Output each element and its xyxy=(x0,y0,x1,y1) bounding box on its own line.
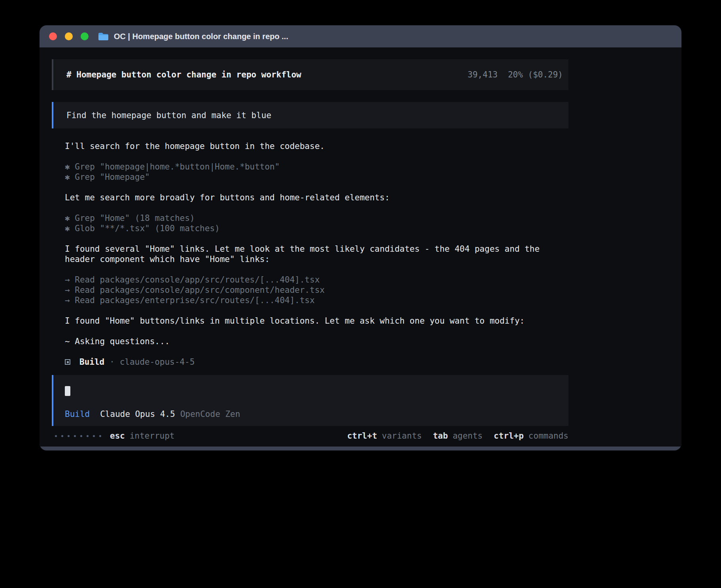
tool-call-grep: ✱ Grep "Homepage" xyxy=(65,172,568,182)
esc-key-label: interrupt xyxy=(130,431,175,441)
session-title: # Homepage button color change in repo w… xyxy=(66,70,301,80)
tool-call-group: ✱ Grep "Home" (18 matches) ✱ Glob "**/*.… xyxy=(65,213,568,234)
shortcut-label: agents xyxy=(453,431,483,441)
user-message: Find the homepage button and make it blu… xyxy=(52,102,568,128)
close-button[interactable] xyxy=(49,32,57,40)
shortcut-key: tab xyxy=(433,431,448,441)
esc-key-hint: esc xyxy=(110,431,125,441)
input-agent-label[interactable]: Build xyxy=(65,409,90,419)
model-status-line: Build Claude Opus 4.5 OpenCode Zen xyxy=(65,409,568,419)
zoom-button[interactable] xyxy=(81,32,89,40)
agent-model: claude-opus-4-5 xyxy=(120,357,195,367)
tool-call-grep: ✱ Grep "Home" (18 matches) xyxy=(65,213,568,223)
tool-call-group: → Read packages/console/app/src/routes/[… xyxy=(65,275,568,305)
context-cost: 20% ($0.29) xyxy=(508,70,563,80)
user-message-text: Find the homepage button and make it blu… xyxy=(66,110,271,121)
status-bar-right: ctrl+t variants tab agents ctrl+p comman… xyxy=(347,431,568,441)
agent-status-line: Build · claude-opus-4-5 xyxy=(65,357,568,367)
shortcut-agents: tab agents xyxy=(433,431,483,441)
session-stats: 39,413 20% ($0.29) xyxy=(468,70,563,80)
tool-call-read: → Read packages/console/app/src/componen… xyxy=(65,285,568,295)
shortcut-key: ctrl+t xyxy=(347,431,377,441)
titlebar[interactable]: OC | Homepage button color change in rep… xyxy=(40,25,681,47)
terminal-viewport[interactable]: # Homepage button color change in repo w… xyxy=(40,47,681,447)
tool-call-read: → Read packages/enterprise/src/routes/[.… xyxy=(65,295,568,305)
prompt-input[interactable]: Build Claude Opus 4.5 OpenCode Zen xyxy=(52,375,568,426)
shortcut-label: variants xyxy=(382,431,422,441)
status-line: ~ Asking questions... xyxy=(65,336,568,347)
minimize-button[interactable] xyxy=(65,32,73,40)
text-cursor xyxy=(65,386,70,396)
assistant-response: I'll search for the homepage button in t… xyxy=(52,141,568,367)
title-group: OC | Homepage button color change in rep… xyxy=(98,32,288,41)
folder-icon xyxy=(98,32,109,41)
input-model-label[interactable]: Claude Opus 4.5 xyxy=(100,409,175,419)
assistant-paragraph: I found "Home" buttons/links in multiple… xyxy=(65,316,568,326)
window-title: OC | Homepage button color change in rep… xyxy=(114,32,288,41)
spinner-dots xyxy=(55,435,101,437)
agent-name: Build xyxy=(79,357,104,367)
status-bar: esc interrupt ctrl+t variants tab agents… xyxy=(52,431,568,441)
tool-call-glob: ✱ Glob "**/*.tsx" (100 matches) xyxy=(65,223,568,234)
shortcut-commands: ctrl+p commands xyxy=(494,431,568,441)
tool-call-read: → Read packages/console/app/src/routes/[… xyxy=(65,275,568,285)
status-bar-left: esc interrupt xyxy=(55,431,175,441)
shortcut-label: commands xyxy=(528,431,568,441)
session-header: # Homepage button color change in repo w… xyxy=(52,59,568,90)
tool-call-group: ✱ Grep "homepage|home.*button|Home.*butt… xyxy=(65,162,568,182)
agent-icon xyxy=(65,359,70,365)
tool-call-grep: ✱ Grep "homepage|home.*button|Home.*butt… xyxy=(65,162,568,172)
assistant-paragraph: I'll search for the homepage button in t… xyxy=(65,141,568,151)
terminal-window: OC | Homepage button color change in rep… xyxy=(40,25,681,450)
token-count: 39,413 xyxy=(468,70,498,80)
assistant-paragraph: Let me search more broadly for buttons a… xyxy=(65,192,568,203)
traffic-lights xyxy=(49,32,89,40)
shortcut-key: ctrl+p xyxy=(494,431,524,441)
assistant-paragraph: I found several "Home" links. Let me loo… xyxy=(65,244,568,264)
shortcut-variants: ctrl+t variants xyxy=(347,431,422,441)
agent-separator: · xyxy=(109,357,115,367)
session-content: # Homepage button color change in repo w… xyxy=(52,47,568,441)
input-provider-label: OpenCode Zen xyxy=(180,409,240,419)
